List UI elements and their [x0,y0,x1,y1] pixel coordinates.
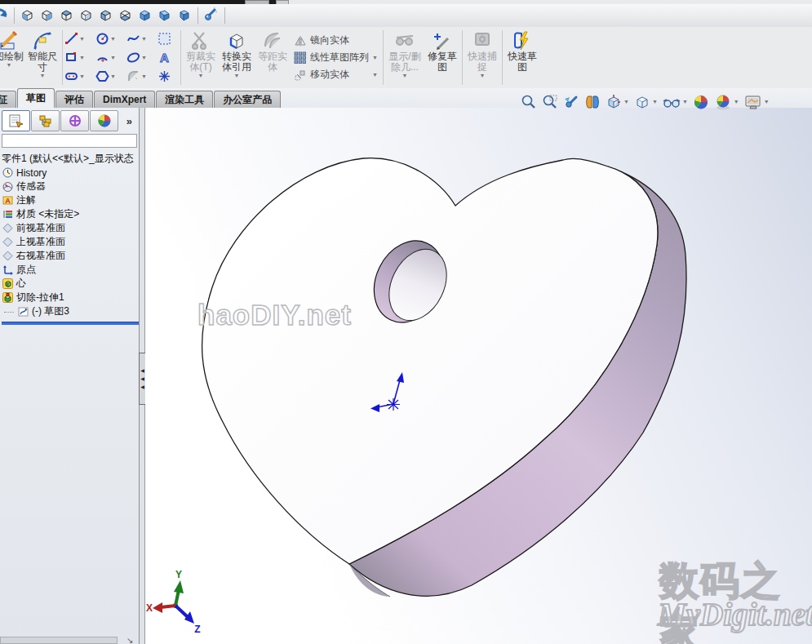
linear-pattern-button[interactable]: 线性草图阵列 ▼ [294,51,378,65]
dropdown-arrow-icon[interactable]: ▼ [141,36,147,42]
rapid-sketch-button[interactable]: 快速草图 [504,27,540,88]
panel-horizontal-scrollbar[interactable] [0,637,118,644]
graphics-viewport[interactable]: Y X Z haoDIY.net 数码之家 MyDigit.net [145,108,812,644]
view-top-icon[interactable] [97,7,115,24]
tree-item-cut-extrude[interactable]: 切除-拉伸1 [2,291,139,304]
options-screen-button[interactable]: ▼ [744,94,770,110]
dropdown-arrow-icon[interactable]: ▼ [141,73,147,80]
dropdown-arrow-icon[interactable]: ▼ [110,55,116,61]
featuremanager-tree-tab[interactable] [31,110,60,131]
tab-render-tools[interactable]: 渲染工具 [156,91,213,108]
dropdown-arrow-icon[interactable]: ▼ [7,62,12,69]
view-isometric-icon[interactable] [136,7,154,24]
tree-item-top-plane[interactable]: 上视基准面 [2,235,139,249]
hide-show-items-button[interactable]: ▼ [663,94,688,110]
propertymanager-tab[interactable] [2,110,30,131]
dropdown-arrow-icon[interactable]: ▼ [141,55,147,61]
view-dimetric-icon[interactable] [175,7,193,24]
dropdown-arrow-icon[interactable]: ▼ [652,99,658,105]
tab-office-products[interactable]: 办公室产品 [214,91,281,108]
tree-filter-input[interactable] [2,134,137,148]
rectangle-tool[interactable]: ▼ [64,48,94,67]
dropdown-arrow-icon[interactable]: ▼ [764,99,770,105]
dropdown-arrow-icon[interactable]: ▼ [479,73,485,79]
mirror-entities-button[interactable]: 镜向实体 [294,33,378,48]
view-trimetric-icon[interactable] [156,7,174,24]
sketch-button[interactable]: 图绘制 ▼ [0,27,24,88]
line-tool[interactable]: ▼ [64,29,94,48]
view-front-icon[interactable] [19,7,37,24]
point-tool[interactable] [158,67,179,86]
panel-overflow-chevron[interactable]: » [126,115,132,127]
dropdown-arrow-icon[interactable]: ▼ [623,99,629,105]
dropdown-arrow-icon[interactable]: ▼ [682,99,688,105]
slot-tool[interactable]: ▼ [64,67,94,86]
convert-entities-button[interactable]: 转换实体引用 ▼ [219,27,255,88]
dropdown-arrow-icon[interactable]: ▼ [110,36,116,42]
dropdown-arrow-icon[interactable]: ▼ [79,55,85,61]
sketch-entities-grid: ▼ ▼ ▼ ▼ ▼ ▼ ▼ ▼ ▼ A [64,27,179,88]
panel-resize-arrow-icon[interactable]: ↘ [126,637,133,644]
fillet-tool[interactable]: ▼ [126,67,156,86]
selection-box-tool[interactable] [158,29,179,48]
dropdown-arrow-icon[interactable]: ▼ [734,99,739,105]
rapid-sketch-label: 快速草图 [504,51,540,73]
quick-snaps-button[interactable]: 快速捕捉 ▼ [464,27,500,88]
text-tool[interactable]: A [158,48,179,67]
dropdown-arrow-icon[interactable]: ▼ [372,55,378,61]
dropdown-arrow-icon[interactable]: ▼ [110,73,116,80]
zoom-to-fit-button[interactable] [521,94,537,110]
display-delete-relations-button[interactable]: 显示/删除几... ▼ [385,27,424,88]
plane-icon [2,251,13,262]
dropdown-arrow-icon[interactable]: ▼ [234,73,240,79]
tree-root-part[interactable]: 零件1 (默认<<默认>_显示状态 [2,152,139,166]
view-right-icon[interactable] [78,7,95,24]
tree-item-annotations[interactable]: A 注解 [2,193,139,207]
heart-top-face[interactable] [202,158,658,564]
magic-wand-icon[interactable] [202,7,220,24]
tab-sketch[interactable]: 草图 [17,88,55,108]
view-orientation-button[interactable]: ▼ [606,94,629,110]
apply-scene-button[interactable] [693,94,709,110]
arc-tool[interactable]: ▼ [95,48,125,67]
dropdown-arrow-icon[interactable]: ▼ [40,73,46,79]
zoom-to-area-button[interactable] [542,94,558,110]
panel-splitter[interactable]: ◀ ◀ ◀ [140,108,145,644]
tree-item-heart-extrude[interactable]: 心 [2,277,139,291]
tree-item-front-plane[interactable]: 前视基准面 [2,221,139,235]
tree-item-sensors[interactable]: 传感器 [2,180,139,193]
dropdown-arrow-icon[interactable]: ▼ [79,36,85,42]
spline-tool[interactable]: ▼ [126,29,156,48]
dropdown-arrow-icon[interactable]: ▼ [198,73,204,79]
tree-item-sketch3[interactable]: (-) 草图3 [2,304,139,318]
section-view-button[interactable] [584,94,601,110]
tab-dimxpert[interactable]: DimXpert [94,91,155,108]
smart-dimension-button[interactable]: 智能尺寸 ▼ [24,27,60,88]
polygon-tool[interactable]: ▼ [95,67,125,86]
repair-sketch-button[interactable]: 修复草图 [424,27,460,88]
tab-features[interactable]: 特征 [0,91,16,108]
offset-entities-button[interactable]: 等距实体 [255,27,291,88]
display-style-button[interactable]: ▼ [634,94,658,110]
tree-item-origin[interactable]: 原点 [2,263,139,277]
display-manager-tab[interactable] [90,110,118,131]
view-back-icon[interactable] [38,7,56,24]
rotate-view-icon[interactable] [0,7,10,24]
circle-tool[interactable]: ▼ [95,29,125,48]
view-bottom-icon[interactable] [117,7,135,24]
rollback-bar[interactable] [2,322,139,325]
trim-entities-button[interactable]: 剪裁实体(T) ▼ [183,27,219,88]
dropdown-arrow-icon[interactable]: ▼ [79,73,85,80]
tree-item-right-plane[interactable]: 右视基准面 [2,249,139,263]
view-settings-button[interactable]: ▼ [714,94,739,110]
ellipse-tool[interactable]: ▼ [126,48,156,67]
previous-view-button[interactable] [563,94,579,110]
tab-evaluate[interactable]: 评估 [55,91,93,108]
dropdown-arrow-icon[interactable]: ▼ [372,72,378,78]
configuration-manager-tab[interactable] [60,110,89,131]
tree-item-history[interactable]: History [2,166,139,180]
view-left-icon[interactable] [58,7,76,24]
move-entities-button[interactable]: 移动实体 ▼ [294,68,378,82]
tree-item-material[interactable]: 材质 <未指定> [2,207,139,221]
dropdown-arrow-icon[interactable]: ▼ [402,73,407,79]
